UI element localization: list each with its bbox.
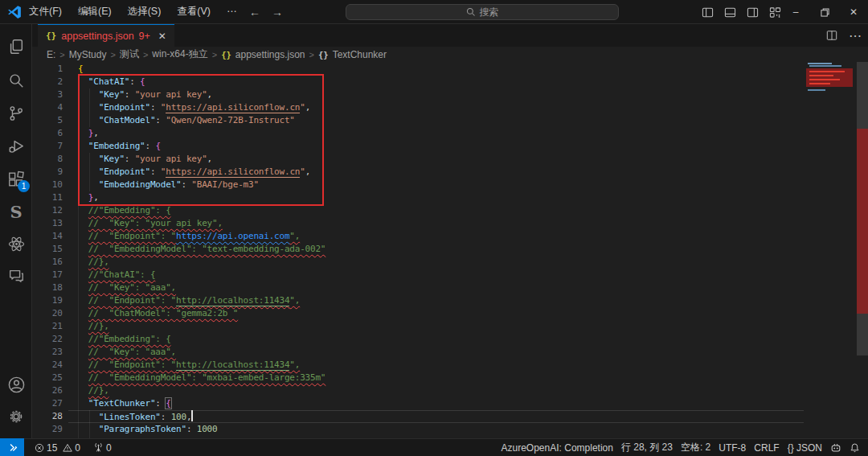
close-tab-icon[interactable]: ✕ — [158, 31, 166, 42]
account-button[interactable] — [0, 368, 32, 401]
breadcrumb-item[interactable]: MyStudy — [69, 49, 107, 60]
line-number[interactable]: 10 — [32, 179, 63, 191]
menu-more[interactable]: ⋯ — [227, 5, 237, 18]
code-line-29[interactable]: 29 "ParagraphsToken": 1000 — [32, 423, 868, 436]
line-number[interactable]: 24 — [32, 359, 63, 372]
remote-indicator[interactable] — [0, 438, 24, 456]
toggle-sidebar-icon[interactable] — [702, 6, 714, 18]
code-line-26[interactable]: 26 //}, — [32, 384, 868, 397]
minimap[interactable] — [806, 62, 854, 110]
sidebar-item-source-control[interactable] — [0, 97, 32, 129]
line-number[interactable]: 22 — [32, 333, 63, 346]
line-number[interactable]: 11 — [32, 191, 63, 204]
menu-edit[interactable]: 编辑(E) — [78, 5, 112, 18]
code-line-28[interactable]: 28 "LinesToken": 100, — [32, 410, 868, 423]
line-number[interactable]: 21 — [32, 320, 63, 333]
code-line-12[interactable]: 12 //"Embedding": { — [32, 204, 868, 217]
code-line-16[interactable]: 16 //}, — [32, 256, 868, 269]
code-line-19[interactable]: 19 // "Endpoint": "http://localhost:1143… — [32, 294, 868, 307]
code-line-24[interactable]: 24 // "Endpoint": "http://localhost:1143… — [32, 359, 868, 372]
line-number[interactable]: 2 — [32, 76, 63, 88]
code-line-22[interactable]: 22 //"Embedding": { — [32, 333, 868, 346]
encoding-status[interactable]: UTF-8 — [719, 442, 746, 454]
line-number[interactable]: 27 — [32, 397, 63, 410]
split-editor-icon[interactable] — [826, 30, 837, 41]
eol-status[interactable]: CRLF — [754, 442, 779, 454]
line-number[interactable]: 18 — [32, 281, 63, 294]
line-number[interactable]: 12 — [32, 204, 63, 217]
code-line-15[interactable]: 15 // "EmbeddingModel": "text-embedding-… — [32, 243, 868, 256]
line-number[interactable]: 28 — [32, 410, 63, 423]
line-number[interactable]: 1 — [32, 63, 63, 76]
token — [78, 218, 88, 228]
language-mode-status[interactable]: {} JSON — [788, 442, 822, 454]
breadcrumb-item[interactable]: 测试 — [120, 47, 139, 61]
azure-openai-status[interactable]: AzureOpenAI: Completion — [502, 442, 613, 454]
code-line-13[interactable]: 13 // "Key": "your api key", — [32, 217, 868, 230]
copilot-icon[interactable] — [830, 442, 841, 454]
line-number[interactable]: 9 — [32, 166, 63, 179]
line-number[interactable]: 17 — [32, 269, 63, 281]
nav-forward-icon[interactable]: → — [272, 6, 283, 18]
vertical-scrollbar[interactable] — [857, 62, 868, 438]
line-number[interactable]: 25 — [32, 372, 63, 384]
indentation-status[interactable]: 空格: 2 — [681, 441, 710, 454]
command-center-search[interactable]: 搜索 — [346, 4, 619, 20]
sidebar-item-atom-extension[interactable] — [0, 228, 32, 260]
tab-appsettings-json[interactable]: {} appsettings.json 9+ ✕ — [38, 24, 174, 47]
line-number[interactable]: 6 — [32, 127, 63, 140]
code-line-18[interactable]: 18 // "Key": "aaa", — [32, 281, 868, 294]
ports-status[interactable]: 0 — [89, 442, 116, 454]
line-number[interactable]: 3 — [32, 88, 63, 101]
line-number[interactable]: 20 — [32, 307, 63, 320]
sidebar-item-s-extension[interactable]: S — [0, 195, 32, 228]
nav-back-icon[interactable]: ← — [249, 6, 260, 18]
sidebar-item-search[interactable] — [0, 64, 32, 97]
toggle-panel-icon[interactable] — [724, 6, 736, 18]
cursor-position-status[interactable]: 行 28, 列 23 — [621, 441, 673, 454]
code-line-14[interactable]: 14 // "Endpoint": "https://api.openai.co… — [32, 230, 868, 243]
breadcrumb-item[interactable]: E: — [47, 49, 55, 60]
sidebar-item-run-debug[interactable] — [0, 130, 32, 162]
code-line-27[interactable]: 27 "TextChunker": { — [32, 397, 868, 410]
menu-selection[interactable]: 选择(S) — [128, 5, 162, 18]
bell-icon[interactable] — [850, 442, 860, 453]
window-controls: – ✕ — [781, 0, 868, 24]
line-number[interactable]: 8 — [32, 153, 63, 166]
problems-status[interactable]: 15 0 — [31, 442, 84, 454]
line-number[interactable]: 29 — [32, 423, 63, 436]
menu-view[interactable]: 查看(V) — [177, 5, 211, 18]
breadcrumb-item[interactable]: appsettings.json — [235, 49, 305, 60]
line-number[interactable]: 5 — [32, 114, 63, 127]
sidebar-item-explorer[interactable] — [0, 31, 32, 63]
line-number[interactable]: 4 — [32, 101, 63, 114]
line-number[interactable]: 13 — [32, 217, 63, 230]
code-line-17[interactable]: 17 //"ChatAI": { — [32, 269, 868, 281]
code-editor[interactable]: 1{2 "ChatAI": {3 "Key": "your api key",4… — [32, 62, 868, 438]
breadcrumb-item[interactable]: win-x64-独立 — [152, 47, 207, 61]
menu-file[interactable]: 文件(F) — [29, 5, 62, 18]
sidebar-item-extensions[interactable]: 1 — [0, 163, 32, 195]
breadcrumb-item[interactable]: TextChunker — [333, 49, 387, 60]
code-line-21[interactable]: 21 //}, — [32, 320, 868, 333]
code-line-25[interactable]: 25 // "EmbeddingModel": "mxbai-embed-lar… — [32, 372, 868, 384]
line-number[interactable]: 23 — [32, 346, 63, 359]
more-actions-icon[interactable]: ⋯ — [849, 28, 862, 43]
settings-button[interactable] — [0, 401, 32, 433]
line-number[interactable]: 19 — [32, 294, 63, 307]
line-number[interactable]: 7 — [32, 140, 63, 153]
toggle-secondary-sidebar-icon[interactable] — [747, 6, 759, 18]
line-number[interactable]: 14 — [32, 230, 63, 243]
code-line-23[interactable]: 23 // "Key": "aaa", — [32, 346, 868, 359]
restore-button[interactable] — [810, 0, 839, 24]
close-window-button[interactable]: ✕ — [839, 0, 868, 24]
minimize-button[interactable]: – — [781, 0, 810, 24]
customize-layout-icon[interactable] — [769, 6, 781, 18]
line-number[interactable]: 15 — [32, 243, 63, 256]
sidebar-item-chat-extension[interactable] — [0, 260, 32, 292]
code-line-30[interactable]: 30 } — [32, 436, 868, 438]
line-number[interactable]: 16 — [32, 256, 63, 269]
code-line-20[interactable]: 20 // "ChatModel": "gemma2:2b " — [32, 307, 868, 320]
line-number[interactable]: 30 — [32, 436, 63, 438]
line-number[interactable]: 26 — [32, 384, 63, 397]
